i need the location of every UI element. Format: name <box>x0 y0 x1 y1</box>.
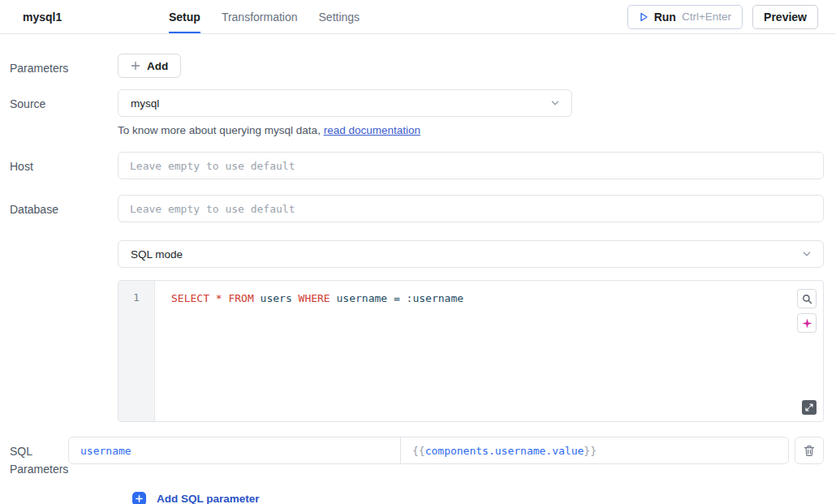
sql-mode-selected-value: SQL mode <box>131 248 183 261</box>
tab-bar: Setup Transformation Settings <box>169 0 360 33</box>
code-area[interactable]: SELECT * FROM users WHERE username = :us… <box>155 281 823 421</box>
source-help-text: To know more about querying mysql data, … <box>118 124 824 136</box>
preview-button-label: Preview <box>764 11 807 24</box>
delete-parameter-button[interactable] <box>795 437 824 464</box>
sql-mode-dropdown[interactable]: SQL mode <box>118 240 824 268</box>
source-row: Source mysql To know more about querying… <box>10 89 824 136</box>
header-actions: Run Ctrl+Enter Preview <box>627 0 818 33</box>
add-sql-parameter-row: Add SQL parameter <box>10 492 824 504</box>
tab-setup[interactable]: Setup <box>169 0 200 33</box>
query-editor-page: mysql1 Setup Transformation Settings Run… <box>0 0 836 504</box>
tab-settings[interactable]: Settings <box>319 0 360 33</box>
add-parameter-label: Add <box>147 60 168 72</box>
run-button-label: Run <box>654 11 676 24</box>
code-keyword-select: SELECT <box>171 292 216 304</box>
host-input[interactable] <box>118 152 824 179</box>
editor-ai-assist-button[interactable] <box>797 313 817 333</box>
database-row: Database <box>10 195 824 222</box>
code-keyword-where: WHERE <box>299 292 337 304</box>
sparkle-icon <box>802 318 812 329</box>
source-selected-value: mysql <box>131 97 159 110</box>
code-keyword-from: FROM <box>228 292 260 304</box>
parameter-value-input[interactable]: {{components.username.value}} <box>400 437 789 464</box>
trash-icon <box>804 445 815 457</box>
chevron-down-icon <box>801 248 812 260</box>
parameters-label: Parameters <box>10 54 118 77</box>
database-input[interactable] <box>118 195 824 222</box>
setup-form: Parameters Add Source mysql <box>0 34 836 504</box>
parameter-key-input[interactable] <box>68 437 401 464</box>
database-label: Database <box>10 195 118 218</box>
editor-search-button[interactable] <box>797 289 817 308</box>
binding-expression: components.username.value <box>425 445 584 457</box>
plus-square-icon <box>132 492 146 504</box>
query-title[interactable]: mysql1 <box>23 0 169 33</box>
sql-code-editor: 1 SELECT * FROM users WHERE username = :… <box>118 280 824 422</box>
binding-close-brace: }} <box>584 445 597 457</box>
editor-gutter: 1 <box>119 281 155 421</box>
code-operator-star: * <box>216 292 229 304</box>
sql-mode-row: SQL mode <box>10 240 824 268</box>
run-button[interactable]: Run Ctrl+Enter <box>627 5 743 29</box>
expand-icon <box>805 403 813 411</box>
host-label: Host <box>10 152 118 175</box>
search-icon <box>802 294 812 304</box>
sql-parameter-item: {{components.username.value}} <box>68 437 824 464</box>
binding-open-brace: {{ <box>412 445 425 457</box>
plus-icon <box>131 61 140 71</box>
source-help-prefix: To know more about querying mysql data, <box>118 124 324 136</box>
run-play-icon <box>639 12 649 22</box>
line-number: 1 <box>133 291 140 304</box>
add-sql-parameter-button[interactable]: Add SQL parameter <box>118 492 260 504</box>
chevron-down-icon <box>549 97 561 109</box>
code-identifier-users: users <box>261 292 299 304</box>
source-label: Source <box>10 89 118 113</box>
source-dropdown[interactable]: mysql <box>118 89 572 117</box>
parameters-row: Parameters Add <box>10 54 824 78</box>
run-shortcut-hint: Ctrl+Enter <box>682 11 731 23</box>
sql-parameters-label: SQL Parameters <box>10 437 68 478</box>
tab-transformation[interactable]: Transformation <box>222 0 298 33</box>
preview-button[interactable]: Preview <box>752 5 818 29</box>
host-row: Host <box>10 152 824 179</box>
read-documentation-link[interactable]: read documentation <box>324 124 420 136</box>
add-parameter-button[interactable]: Add <box>118 54 181 78</box>
header: mysql1 Setup Transformation Settings Run… <box>0 0 836 34</box>
sql-parameters-row: SQL Parameters {{components.username.val… <box>10 437 824 478</box>
add-sql-parameter-label: Add SQL parameter <box>157 493 260 504</box>
code-editor-row: 1 SELECT * FROM users WHERE username = :… <box>10 280 824 422</box>
code-identifier-condition: username = :username <box>337 292 464 304</box>
editor-expand-button[interactable] <box>802 400 817 415</box>
